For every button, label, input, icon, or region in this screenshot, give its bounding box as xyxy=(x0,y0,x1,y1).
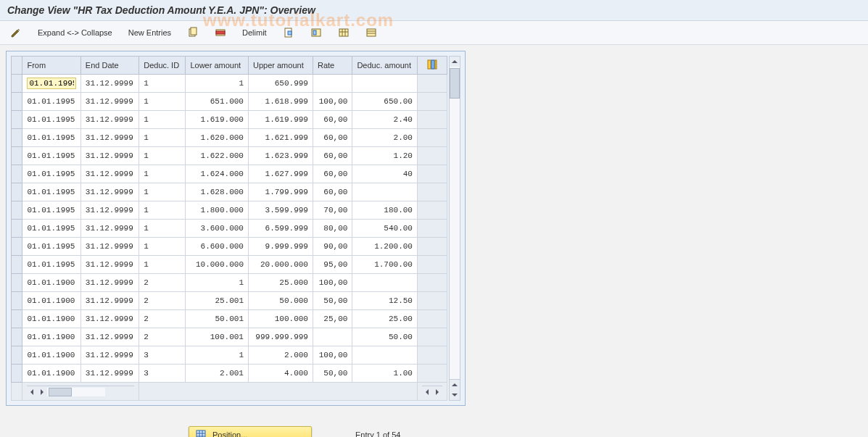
cell-end[interactable]: 31.12.9999 xyxy=(80,183,139,201)
row-selector[interactable] xyxy=(12,75,22,93)
cell-upper[interactable]: 50.000 xyxy=(248,292,313,310)
cell-deduc-amt[interactable]: 1.700.00 xyxy=(352,256,418,274)
cell-deduc-amt[interactable]: 50.00 xyxy=(352,328,418,346)
cell-lower[interactable]: 1.619.000 xyxy=(186,111,249,129)
cell-deduc-id[interactable]: 1 xyxy=(139,183,186,201)
cell-end[interactable]: 31.12.9999 xyxy=(80,111,139,129)
cell-rate[interactable]: 60,00 xyxy=(313,111,352,129)
cell-from[interactable]: 01.01.1900 xyxy=(22,328,80,346)
cell-end[interactable]: 31.12.9999 xyxy=(80,238,139,256)
data-grid[interactable]: From End Date Deduc. ID Lower amount Upp… xyxy=(11,56,447,401)
cell-deduc-amt[interactable]: 1.00 xyxy=(352,365,418,383)
row-selector[interactable] xyxy=(12,220,22,238)
row-selector[interactable] xyxy=(12,201,22,220)
table-row[interactable]: 01.01.199531.12.999911.628.0001.799.9996… xyxy=(12,183,447,201)
cell-lower[interactable]: 3.600.000 xyxy=(186,220,249,238)
delete-button[interactable] xyxy=(212,25,229,40)
vscroll-track[interactable] xyxy=(450,67,460,379)
cell-rate[interactable]: 70,00 xyxy=(313,201,352,220)
cell-lower[interactable]: 1.622.000 xyxy=(186,147,249,165)
scroll-left-button-2[interactable] xyxy=(422,387,432,397)
hscroll-thumb-left[interactable] xyxy=(49,388,72,396)
table-row[interactable]: 01.01.199531.12.999911.619.0001.619.9996… xyxy=(12,111,447,129)
scroll-up-button[interactable] xyxy=(450,57,460,67)
cell-rate[interactable]: 60,00 xyxy=(313,183,352,201)
cell-deduc-id[interactable]: 1 xyxy=(139,201,186,220)
cell-lower[interactable]: 2.001 xyxy=(186,365,249,383)
cell-deduc-id[interactable]: 1 xyxy=(139,129,186,147)
table-row[interactable]: 01.01.199531.12.999911.620.0001.621.9996… xyxy=(12,129,447,147)
cell-lower[interactable]: 1.800.000 xyxy=(186,201,249,220)
cell-from[interactable]: 01.01.1995 xyxy=(22,165,80,183)
col-deduc-id[interactable]: Deduc. ID xyxy=(139,57,186,75)
cell-from[interactable]: 01.01.1900 xyxy=(22,310,80,328)
cell-lower[interactable]: 1.624.000 xyxy=(186,165,249,183)
cell-rate[interactable]: 60,00 xyxy=(313,165,352,183)
table-row[interactable]: 01.01.190031.12.999932.0014.00050,001.00 xyxy=(12,365,447,383)
cell-deduc-id[interactable]: 2 xyxy=(139,328,186,346)
cell-upper[interactable]: 4.000 xyxy=(248,365,313,383)
row-selector[interactable] xyxy=(12,346,22,365)
table-row[interactable]: 01.01.190031.12.9999312.000100,00 xyxy=(12,346,447,365)
cell-rate[interactable]: 60,00 xyxy=(313,129,352,147)
cell-rate[interactable]: 50,00 xyxy=(313,365,352,383)
hscroll-track-left[interactable] xyxy=(47,388,105,396)
cell-deduc-amt[interactable]: 1.200.00 xyxy=(352,238,418,256)
col-upper[interactable]: Upper amount xyxy=(248,57,313,75)
row-selector[interactable] xyxy=(12,310,22,328)
row-selector[interactable] xyxy=(12,274,22,292)
cell-lower[interactable]: 1 xyxy=(186,75,249,93)
table-row[interactable]: 01.01.199531.12.9999110.000.00020.000.00… xyxy=(12,256,447,274)
cell-upper[interactable]: 9.999.999 xyxy=(248,238,313,256)
row-selector[interactable] xyxy=(12,183,22,201)
cell-rate[interactable]: 80,00 xyxy=(313,220,352,238)
cell-deduc-id[interactable]: 3 xyxy=(139,346,186,365)
cell-rate[interactable]: 95,00 xyxy=(313,256,352,274)
cell-from[interactable]: 01.01.1995 xyxy=(22,147,80,165)
scroll-right-button-2[interactable] xyxy=(432,387,442,397)
cell-deduc-amt[interactable] xyxy=(352,75,418,93)
cell-rate[interactable]: 100,00 xyxy=(313,346,352,365)
row-selector-header[interactable] xyxy=(12,57,22,75)
cell-deduc-id[interactable]: 2 xyxy=(139,310,186,328)
copy-button[interactable] xyxy=(184,25,202,40)
cell-lower[interactable]: 50.001 xyxy=(186,310,249,328)
cell-upper[interactable]: 3.599.999 xyxy=(248,201,313,220)
cell-upper[interactable]: 100.000 xyxy=(248,310,313,328)
cell-from[interactable]: 01.01.1995 xyxy=(22,201,80,220)
deselect-all-button[interactable] xyxy=(307,25,325,40)
cell-deduc-id[interactable]: 1 xyxy=(139,238,186,256)
cell-lower[interactable]: 25.001 xyxy=(186,292,249,310)
cell-end[interactable]: 31.12.9999 xyxy=(80,292,139,310)
cell-lower[interactable]: 1 xyxy=(186,346,249,365)
cell-rate[interactable]: 50,00 xyxy=(313,292,352,310)
cell-from[interactable]: 01.01.1995 xyxy=(22,238,80,256)
cell-from[interactable]: 01.01.1995 xyxy=(22,111,80,129)
toggle-display-change-button[interactable] xyxy=(7,25,25,40)
cell-end[interactable]: 31.12.9999 xyxy=(80,256,139,274)
cell-end[interactable]: 31.12.9999 xyxy=(80,147,139,165)
cell-deduc-id[interactable]: 1 xyxy=(139,75,186,93)
position-button[interactable]: Position... xyxy=(189,426,312,437)
cell-rate[interactable] xyxy=(313,75,352,93)
cell-deduc-amt[interactable] xyxy=(352,346,418,365)
scroll-down-button[interactable] xyxy=(450,390,460,400)
cell-deduc-id[interactable]: 2 xyxy=(139,274,186,292)
cell-rate[interactable]: 100,00 xyxy=(313,274,352,292)
cell-end[interactable]: 31.12.9999 xyxy=(80,310,139,328)
cell-deduc-id[interactable]: 1 xyxy=(139,147,186,165)
cell-end[interactable]: 31.12.9999 xyxy=(80,346,139,365)
cell-end[interactable]: 31.12.9999 xyxy=(80,165,139,183)
scroll-right-button[interactable] xyxy=(37,387,47,397)
cell-from[interactable]: 01.01.1995 xyxy=(22,129,80,147)
col-lower[interactable]: Lower amount xyxy=(186,57,249,75)
col-deduc-amt[interactable]: Deduc. amount xyxy=(352,57,418,75)
select-all-button[interactable] xyxy=(280,25,297,40)
cell-lower[interactable]: 10.000.000 xyxy=(186,256,249,274)
cell-lower[interactable]: 1.628.000 xyxy=(186,183,249,201)
cell-rate[interactable]: 25,00 xyxy=(313,310,352,328)
cell-from[interactable]: 01.01.1900 xyxy=(22,274,80,292)
cell-rate[interactable] xyxy=(313,328,352,346)
cell-from[interactable]: 01.01.1995 xyxy=(22,256,80,274)
vertical-scrollbar[interactable] xyxy=(449,56,460,401)
